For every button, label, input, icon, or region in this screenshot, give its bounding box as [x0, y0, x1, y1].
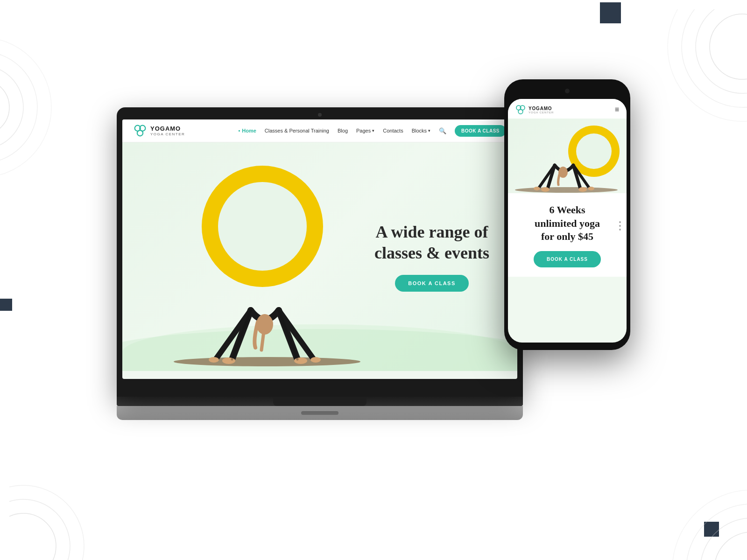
nav-blog[interactable]: Blog	[338, 128, 348, 133]
phone-screen: YOGAMO YOGA CENTER ≡	[508, 99, 627, 343]
laptop-navbar: YOGAMO YOGA CENTER Home Classes & Person…	[122, 119, 517, 142]
phone-hero	[508, 119, 627, 193]
laptop-stand	[273, 397, 366, 406]
phone-brand: YOGAMO YOGA CENTER	[515, 105, 554, 115]
laptop-brand-name: YOGAMO	[150, 125, 185, 132]
laptop-brand-logo: YOGAMO YOGA CENTER	[134, 124, 185, 137]
laptop-device: YOGAMO YOGA CENTER Home Classes & Person…	[117, 107, 523, 425]
hero-book-btn[interactable]: BOOK A CLASS	[395, 275, 469, 292]
phone-content-card: 6 Weeks unlimited yoga for only $45 BOOK…	[508, 193, 627, 277]
laptop-notch	[301, 411, 338, 415]
phone-logo-icon	[515, 105, 526, 115]
phone-brand-name: YOGAMO	[529, 106, 554, 111]
phone-brand-text: YOGAMO YOGA CENTER	[529, 106, 554, 114]
dot3	[619, 229, 621, 231]
laptop-hero: A wide range of classes & events BOOK A …	[122, 142, 517, 371]
laptop-screen: YOGAMO YOGA CENTER Home Classes & Person…	[122, 119, 517, 379]
chevron-down-icon: ▾	[372, 128, 374, 133]
main-content: YOGAMO YOGA CENTER Home Classes & Person…	[0, 0, 747, 560]
svg-point-29	[310, 357, 321, 363]
phone-notch	[549, 86, 586, 97]
svg-point-17	[137, 130, 143, 136]
laptop-outer: YOGAMO YOGA CENTER Home Classes & Person…	[117, 107, 523, 397]
laptop-camera	[318, 113, 322, 117]
hero-text: A wide range of classes & events BOOK A …	[374, 222, 489, 292]
laptop-logo-icon	[134, 124, 147, 137]
svg-point-44	[578, 187, 587, 192]
nav-contacts[interactable]: Contacts	[383, 128, 403, 133]
nav-pages[interactable]: Pages ▾	[356, 128, 374, 133]
laptop-nav-links: Home Classes & Personal Training Blog Pa…	[238, 125, 506, 137]
svg-point-43	[541, 187, 550, 192]
phone-book-btn[interactable]: BOOK A CLASS	[534, 251, 601, 267]
laptop-book-btn[interactable]: BOOK A CLASS	[455, 125, 506, 137]
dot2	[619, 225, 621, 227]
phone-dots-menu[interactable]	[619, 221, 621, 231]
nav-blocks[interactable]: Blocks ▾	[412, 128, 430, 133]
svg-point-34	[518, 109, 523, 114]
svg-point-28	[209, 357, 219, 363]
laptop-brand-text: YOGAMO YOGA CENTER	[150, 125, 185, 136]
svg-point-20	[174, 357, 360, 366]
phone-yoga-figure	[508, 133, 627, 193]
phone-navbar: YOGAMO YOGA CENTER ≡	[508, 99, 627, 119]
phone-card-title: 6 Weeks unlimited yoga for only $45	[517, 203, 617, 244]
svg-point-45	[534, 187, 540, 190]
svg-point-46	[588, 187, 594, 190]
phone-brand-sub: YOGA CENTER	[529, 111, 554, 114]
yoga-svg	[160, 222, 374, 371]
hero-title: A wide range of classes & events	[374, 222, 489, 264]
devices-wrapper: YOGAMO YOGA CENTER Home Classes & Person…	[117, 70, 630, 490]
svg-point-37	[515, 187, 618, 193]
nav-classes[interactable]: Classes & Personal Training	[265, 128, 329, 133]
phone-device: YOGAMO YOGA CENTER ≡	[504, 79, 630, 350]
hamburger-menu-icon[interactable]: ≡	[615, 105, 619, 114]
yoga-figure	[160, 222, 374, 371]
dot1	[619, 221, 621, 223]
chevron-down-icon-blocks: ▾	[428, 128, 430, 133]
nav-home[interactable]: Home	[238, 128, 256, 133]
phone-camera	[565, 89, 570, 93]
laptop-bottom	[117, 406, 523, 420]
laptop-brand-sub: YOGA CENTER	[150, 132, 185, 136]
search-icon[interactable]: 🔍	[439, 127, 446, 134]
laptop-base	[117, 397, 523, 406]
